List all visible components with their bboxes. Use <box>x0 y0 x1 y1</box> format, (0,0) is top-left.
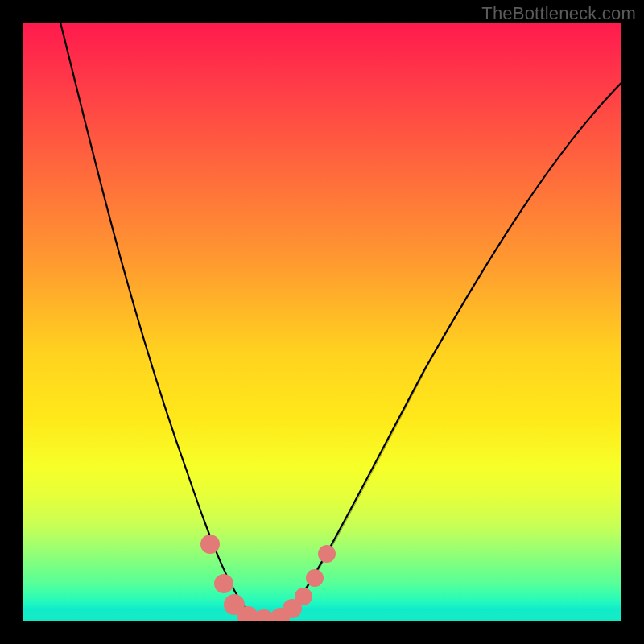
bottleneck-curve-svg <box>23 23 621 621</box>
bottleneck-curve-right-shadow <box>296 81 621 604</box>
marker-group <box>200 535 336 621</box>
data-point <box>306 569 324 587</box>
plot-area <box>23 23 621 621</box>
data-point <box>295 588 312 605</box>
data-point <box>214 574 233 593</box>
data-point <box>200 535 220 554</box>
chart-frame: TheBottleneck.com <box>0 0 644 644</box>
data-point <box>318 545 336 563</box>
watermark-text: TheBottleneck.com <box>481 3 636 24</box>
